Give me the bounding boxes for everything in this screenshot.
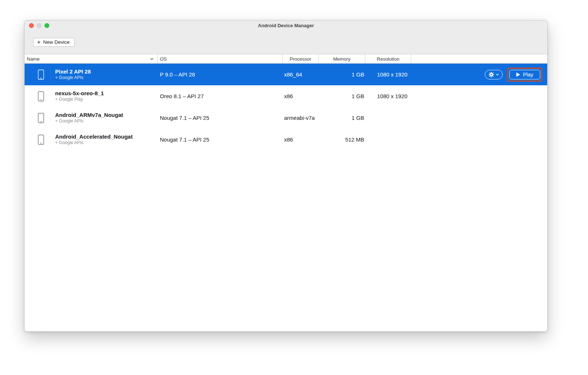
device-os: Nougat 7.1 – API 25 — [158, 107, 283, 129]
device-subtitle: + Google APIs — [55, 75, 91, 81]
device-os: Oreo 8.1 – API 27 — [158, 85, 283, 107]
close-window-button[interactable] — [29, 23, 34, 28]
column-header-os[interactable]: OS — [158, 54, 283, 63]
gear-icon — [488, 72, 494, 78]
column-header-filler — [411, 54, 547, 63]
device-processor: x86 — [283, 85, 319, 107]
device-memory: 1 GB — [319, 85, 365, 107]
device-subtitle: + Google APIs — [55, 140, 133, 146]
play-icon — [516, 72, 520, 77]
zoom-window-button[interactable] — [44, 23, 49, 28]
phone-icon — [38, 135, 44, 145]
device-name: Pixel 2 API 28 — [55, 68, 91, 75]
phone-icon — [38, 113, 44, 123]
device-name: nexus-5x-oreo-8_1 — [55, 90, 104, 97]
device-memory: 512 MB — [319, 129, 365, 150]
play-button[interactable]: Play — [509, 70, 540, 79]
device-processor: x86_64 — [283, 64, 319, 85]
new-device-button[interactable]: + New Device — [33, 38, 75, 47]
device-memory: 1 GB — [319, 64, 365, 85]
plus-icon: + — [37, 39, 40, 45]
device-subtitle: + Google APIs — [55, 118, 123, 124]
window-title: Android Device Manager — [25, 23, 547, 28]
column-header-resolution[interactable]: Resolution — [365, 54, 411, 63]
device-settings-button[interactable] — [485, 70, 503, 79]
device-resolution — [365, 107, 411, 129]
window-titlebar: Android Device Manager — [25, 21, 547, 30]
device-resolution: 1080 x 1920 — [365, 64, 411, 85]
device-row[interactable]: Android_ARMv7a_Nougat + Google APIs Noug… — [25, 107, 547, 129]
column-header-name[interactable]: Name — [25, 54, 158, 63]
device-os: P 9.0 – API 28 — [158, 64, 283, 85]
toolbar: + New Device — [25, 30, 547, 54]
device-subtitle: + Google Play — [55, 97, 104, 102]
new-device-label: New Device — [43, 39, 69, 45]
device-row[interactable]: nexus-5x-oreo-8_1 + Google Play Oreo 8.1… — [25, 85, 547, 107]
table-header: Name OS Processor Memory Resolution — [25, 54, 547, 64]
column-header-memory[interactable]: Memory — [319, 54, 365, 63]
device-os: Nougat 7.1 – API 25 — [158, 129, 283, 150]
column-header-processor[interactable]: Processor — [283, 54, 319, 63]
chevron-down-icon — [496, 74, 499, 76]
traffic-lights — [29, 21, 49, 30]
play-label: Play — [523, 72, 533, 78]
device-resolution — [365, 129, 411, 150]
device-resolution: 1080 x 1920 — [365, 85, 411, 107]
device-memory: 1 GB — [319, 107, 365, 129]
minimize-window-button[interactable] — [37, 23, 42, 28]
device-name: Android_ARMv7a_Nougat — [55, 112, 123, 119]
phone-icon — [38, 91, 44, 101]
android-device-manager-window: Android Device Manager + New Device Name… — [24, 20, 548, 332]
device-row[interactable]: Android_Accelerated_Nougat + Google APIs… — [25, 129, 547, 150]
device-name: Android_Accelerated_Nougat — [55, 133, 133, 140]
device-processor: x86 — [283, 129, 319, 150]
chevron-down-icon — [150, 58, 154, 60]
device-row[interactable]: Pixel 2 API 28 + Google APIs P 9.0 – API… — [25, 64, 547, 85]
phone-icon — [38, 69, 44, 80]
play-button-highlight: Play — [507, 68, 542, 82]
device-processor: armeabi-v7a — [283, 107, 319, 129]
device-list: Pixel 2 API 28 + Google APIs P 9.0 – API… — [25, 64, 547, 150]
